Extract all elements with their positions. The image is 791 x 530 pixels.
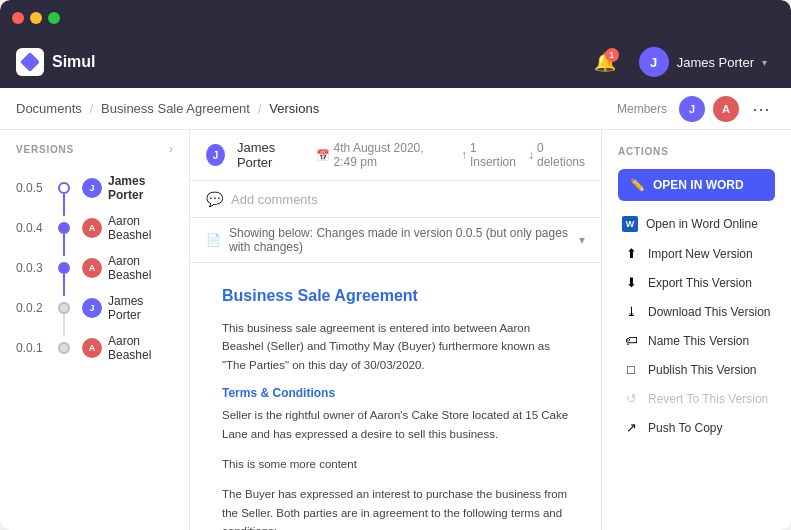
comment-placeholder: Add comments bbox=[231, 192, 318, 207]
sidebar: VERSIONS › 0.0.5 J James Porter bbox=[0, 130, 190, 530]
publish-this-version-item[interactable]: □ Publish This Version bbox=[618, 355, 775, 384]
version-dot bbox=[58, 182, 70, 194]
chevron-down-icon: ▾ bbox=[762, 57, 767, 68]
center-panel: J James Porter 📅 4th August 2020, 2:49 p… bbox=[190, 130, 601, 530]
vi-date-text: 4th August 2020, 2:49 pm bbox=[334, 141, 449, 169]
name-this-version-item[interactable]: 🏷 Name This Version bbox=[618, 326, 775, 355]
open-in-word-online-item[interactable]: W Open in Word Online bbox=[618, 209, 775, 239]
export-icon: ⬇ bbox=[622, 275, 640, 290]
user-menu-button[interactable]: J James Porter ▾ bbox=[631, 43, 775, 81]
user-name: James Porter bbox=[677, 55, 754, 70]
version-dot bbox=[58, 302, 70, 314]
breadcrumb-sep-2: / bbox=[258, 102, 261, 116]
doc-section-terms: Terms & Conditions bbox=[222, 386, 569, 400]
member-avatar-a: A bbox=[713, 96, 739, 122]
version-item-004[interactable]: 0.0.4 A Aaron Beashel bbox=[0, 208, 189, 248]
comment-icon: 💬 bbox=[206, 191, 223, 207]
version-num: 0.0.4 bbox=[16, 221, 46, 235]
import-icon: ⬆ bbox=[622, 246, 640, 261]
import-new-version-item[interactable]: ⬆ Import New Version bbox=[618, 239, 775, 268]
breadcrumb-sep-1: / bbox=[90, 102, 93, 116]
doc-para-4: The Buyer has expressed an interest to p… bbox=[222, 485, 569, 530]
version-dot-wrap bbox=[54, 182, 74, 194]
sidebar-header: VERSIONS › bbox=[0, 130, 189, 164]
pencil-icon: ✏️ bbox=[630, 178, 645, 192]
insertions-text: 1 Insertion bbox=[470, 141, 516, 169]
close-button[interactable] bbox=[12, 12, 24, 24]
push-to-copy-item[interactable]: ↗ Push To Copy bbox=[618, 413, 775, 442]
open-in-word-online-label: Open in Word Online bbox=[646, 217, 758, 231]
publish-this-version-label: Publish This Version bbox=[648, 363, 757, 377]
more-options-button[interactable]: ⋯ bbox=[747, 95, 775, 123]
version-info-bar: J James Porter 📅 4th August 2020, 2:49 p… bbox=[190, 130, 601, 181]
minimize-button[interactable] bbox=[30, 12, 42, 24]
breadcrumb-actions: Members J A ⋯ bbox=[617, 95, 775, 123]
revert-to-this-version-item[interactable]: ↺ Revert To This Version bbox=[618, 384, 775, 413]
version-dot-wrap bbox=[54, 222, 74, 234]
titlebar bbox=[0, 0, 791, 36]
vi-date: 📅 4th August 2020, 2:49 pm bbox=[316, 141, 449, 169]
version-user: A Aaron Beashel bbox=[82, 214, 173, 242]
name-icon: 🏷 bbox=[622, 333, 640, 348]
version-user: A Aaron Beashel bbox=[82, 254, 173, 282]
sidebar-title: VERSIONS bbox=[16, 144, 74, 155]
user-avatar: J bbox=[639, 47, 669, 77]
version-dot-wrap bbox=[54, 262, 74, 274]
doc-para-3: This is some more content bbox=[222, 455, 569, 473]
open-in-word-label: OPEN IN WORD bbox=[653, 178, 744, 192]
vi-deletions: ↓ 0 deletions bbox=[528, 141, 585, 169]
app-name: Simul bbox=[52, 53, 96, 71]
revert-to-this-version-label: Revert To This Version bbox=[648, 392, 768, 406]
version-avatar: A bbox=[82, 338, 102, 358]
version-num: 0.0.2 bbox=[16, 301, 46, 315]
revert-icon: ↺ bbox=[622, 391, 640, 406]
version-name: James Porter bbox=[108, 174, 173, 202]
export-this-version-item[interactable]: ⬇ Export This Version bbox=[618, 268, 775, 297]
push-to-copy-label: Push To Copy bbox=[648, 421, 723, 435]
version-list: 0.0.5 J James Porter 0.0.4 bbox=[0, 164, 189, 530]
sidebar-chevron-icon[interactable]: › bbox=[169, 142, 173, 156]
breadcrumb-documents[interactable]: Documents bbox=[16, 101, 82, 116]
word-online-icon: W bbox=[622, 216, 638, 232]
document-content: Business Sale Agreement This business sa… bbox=[190, 263, 601, 530]
import-new-version-label: Import New Version bbox=[648, 247, 753, 261]
comments-bar[interactable]: 💬 Add comments bbox=[190, 181, 601, 218]
calendar-icon: 📅 bbox=[316, 149, 330, 162]
version-dot-wrap bbox=[54, 302, 74, 314]
version-avatar: A bbox=[82, 218, 102, 238]
version-dot bbox=[58, 262, 70, 274]
version-dot bbox=[58, 222, 70, 234]
version-item-001[interactable]: 0.0.1 A Aaron Beashel bbox=[0, 328, 189, 368]
open-in-word-button[interactable]: ✏️ OPEN IN WORD bbox=[618, 169, 775, 201]
version-dot bbox=[58, 342, 70, 354]
app-window: Simul 🔔 1 J James Porter ▾ Documents / B… bbox=[0, 0, 791, 530]
version-avatar: J bbox=[82, 178, 102, 198]
deletions-text: 0 deletions bbox=[537, 141, 585, 169]
version-item-005[interactable]: 0.0.5 J James Porter bbox=[0, 168, 189, 208]
deletion-icon: ↓ bbox=[528, 148, 534, 162]
vi-insertions: ↑ 1 Insertion bbox=[461, 141, 516, 169]
version-avatar: J bbox=[82, 298, 102, 318]
actions-panel: ACTIONS ✏️ OPEN IN WORD W Open in Word O… bbox=[601, 130, 791, 530]
changes-chevron-icon[interactable]: ▾ bbox=[579, 233, 585, 247]
member-avatar-j: J bbox=[679, 96, 705, 122]
version-item-002[interactable]: 0.0.2 J James Porter bbox=[0, 288, 189, 328]
maximize-button[interactable] bbox=[48, 12, 60, 24]
download-this-version-item[interactable]: ⤓ Download This Version bbox=[618, 297, 775, 326]
document-title: Business Sale Agreement bbox=[222, 287, 569, 305]
publish-icon: □ bbox=[622, 362, 640, 377]
version-item-003[interactable]: 0.0.3 A Aaron Beashel bbox=[0, 248, 189, 288]
version-name: Aaron Beashel bbox=[108, 334, 173, 362]
export-this-version-label: Export This Version bbox=[648, 276, 752, 290]
breadcrumb-agreement[interactable]: Business Sale Agreement bbox=[101, 101, 250, 116]
breadcrumb-current: Versions bbox=[269, 101, 319, 116]
notifications-button[interactable]: 🔔 1 bbox=[589, 46, 621, 78]
name-this-version-label: Name This Version bbox=[648, 334, 749, 348]
version-num: 0.0.5 bbox=[16, 181, 46, 195]
version-avatar: A bbox=[82, 258, 102, 278]
version-dot-wrap bbox=[54, 342, 74, 354]
main-content: VERSIONS › 0.0.5 J James Porter bbox=[0, 130, 791, 530]
version-user: J James Porter bbox=[82, 174, 173, 202]
actions-title: ACTIONS bbox=[618, 146, 775, 157]
download-this-version-label: Download This Version bbox=[648, 305, 771, 319]
